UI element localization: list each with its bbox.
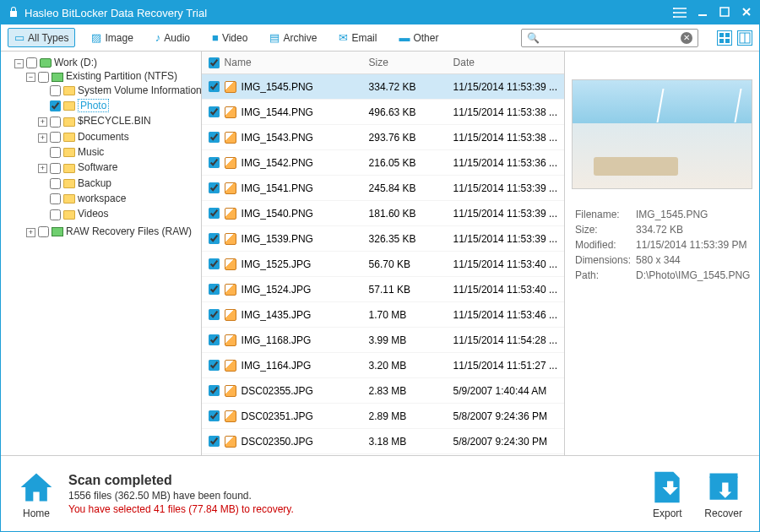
col-name-label[interactable]: Name xyxy=(225,57,252,68)
filter-audio[interactable]: ♪Audio xyxy=(149,29,196,46)
tree-checkbox[interactable] xyxy=(50,193,61,204)
filter-other[interactable]: ▬Other xyxy=(393,29,444,46)
tree-node-sysvol[interactable]: System Volume Information xyxy=(78,84,202,96)
file-row[interactable]: IMG_1545.PNG334.72 KB11/15/2014 11:53:39… xyxy=(202,74,564,100)
filter-video[interactable]: ■Video xyxy=(206,29,253,46)
tree-node-existing[interactable]: Existing Partition (NTFS) xyxy=(66,70,177,82)
tree-checkbox[interactable] xyxy=(50,100,61,111)
file-row[interactable]: IMG_1435.JPG1.70 MB11/15/2014 11:53:46 .… xyxy=(202,302,564,328)
file-row[interactable]: DSC02351.JPG2.89 MB5/8/2007 9:24:36 PM xyxy=(202,404,564,429)
filter-image[interactable]: ▨Image xyxy=(85,29,138,46)
file-checkbox[interactable] xyxy=(209,132,220,143)
home-label: Home xyxy=(23,508,50,519)
folder-tree[interactable]: −Work (D:) −Existing Partition (NTFS) Sy… xyxy=(1,52,202,455)
file-checkbox[interactable] xyxy=(209,436,220,447)
home-button[interactable]: Home xyxy=(18,469,55,519)
tree-node-software[interactable]: Software xyxy=(78,161,117,173)
image-file-icon xyxy=(225,157,236,169)
tree-node-photo[interactable]: Photo xyxy=(78,99,109,112)
file-checkbox[interactable] xyxy=(209,334,220,345)
tree-checkbox[interactable] xyxy=(50,147,61,158)
tree-toggle[interactable]: + xyxy=(38,117,47,127)
file-row[interactable]: IMG_1164.JPG3.20 MB11/15/2014 11:51:27 .… xyxy=(202,353,564,378)
svg-rect-7 xyxy=(719,39,724,43)
file-row[interactable]: IMG_1168.JPG3.99 MB11/15/2014 11:54:28 .… xyxy=(202,328,564,353)
search-input[interactable] xyxy=(543,32,681,44)
file-checkbox[interactable] xyxy=(209,385,220,396)
tree-node-recycle[interactable]: $RECYCLE.BIN xyxy=(78,115,151,127)
tree-checkbox[interactable] xyxy=(26,57,37,68)
tree-checkbox[interactable] xyxy=(50,209,61,220)
close-icon[interactable] xyxy=(741,6,752,20)
recover-button[interactable]: Recover xyxy=(704,469,742,519)
file-row[interactable]: DSC02355.JPG2.83 MB5/9/2007 1:40:44 AM xyxy=(202,378,564,404)
file-row[interactable]: IMG_1540.PNG181.60 KB11/15/2014 11:53:39… xyxy=(202,201,564,226)
tree-checkbox[interactable] xyxy=(50,117,61,128)
file-checkbox[interactable] xyxy=(209,309,220,320)
filter-email[interactable]: ✉Email xyxy=(333,29,383,46)
filter-all-types[interactable]: ▭All Types xyxy=(8,28,75,47)
file-checkbox[interactable] xyxy=(209,182,220,193)
file-checkbox[interactable] xyxy=(209,410,220,421)
tree-toggle[interactable]: − xyxy=(14,59,24,68)
tree-toggle[interactable]: + xyxy=(38,133,47,143)
view-grid-button[interactable] xyxy=(717,30,732,46)
image-file-icon xyxy=(225,284,236,296)
filter-archive[interactable]: ▤Archive xyxy=(263,29,323,46)
file-row[interactable]: IMG_1542.PNG216.05 KB11/15/2014 11:53:36… xyxy=(202,150,564,176)
maximize-icon[interactable] xyxy=(719,6,730,20)
view-detail-button[interactable] xyxy=(737,30,752,46)
tree-node-music[interactable]: Music xyxy=(78,146,104,158)
file-checkbox[interactable] xyxy=(209,208,220,219)
col-size-label[interactable]: Size xyxy=(362,52,447,73)
file-checkbox[interactable] xyxy=(209,81,220,92)
file-row[interactable]: DSC02350.JPG3.18 MB5/8/2007 9:24:30 PM xyxy=(202,429,564,454)
tree-checkbox[interactable] xyxy=(50,132,61,143)
file-row[interactable]: IMG_1524.JPG57.11 KB11/15/2014 11:53:40 … xyxy=(202,277,564,302)
tree-toggle[interactable]: + xyxy=(38,164,47,173)
file-checkbox[interactable] xyxy=(209,157,220,168)
file-checkbox[interactable] xyxy=(209,360,220,371)
tree-node-videos[interactable]: Videos xyxy=(78,208,108,220)
clear-search-icon[interactable]: ✕ xyxy=(681,32,692,44)
file-row[interactable]: IMG_1525.JPG56.70 KB11/15/2014 11:53:40 … xyxy=(202,252,564,277)
file-row[interactable]: IMG_1543.PNG293.76 KB11/15/2014 11:53:38… xyxy=(202,125,564,150)
search-box[interactable]: 🔍 ✕ xyxy=(521,29,698,47)
tree-checkbox[interactable] xyxy=(50,85,61,96)
svg-rect-11 xyxy=(709,473,737,478)
file-checkbox[interactable] xyxy=(209,284,220,295)
image-file-icon xyxy=(225,436,236,448)
tree-checkbox[interactable] xyxy=(50,178,61,189)
tree-checkbox[interactable] xyxy=(50,163,61,174)
tree-node-backup[interactable]: Backup xyxy=(78,177,111,189)
lock-icon xyxy=(8,6,19,20)
col-date-label[interactable]: Date xyxy=(447,52,564,73)
menu-icon[interactable] xyxy=(673,6,687,20)
minimize-icon[interactable] xyxy=(697,6,708,20)
file-checkbox[interactable] xyxy=(209,258,220,269)
file-list-body[interactable]: IMG_1545.PNG334.72 KB11/15/2014 11:53:39… xyxy=(202,74,564,455)
file-checkbox[interactable] xyxy=(209,233,220,244)
search-icon: 🔍 xyxy=(527,32,540,44)
file-name: DSC02355.JPG xyxy=(242,385,313,397)
partition-icon xyxy=(52,227,63,236)
file-row[interactable]: IMG_1544.PNG496.63 KB11/15/2014 11:53:38… xyxy=(202,100,564,125)
tree-toggle[interactable]: − xyxy=(26,73,35,82)
select-all-checkbox[interactable] xyxy=(209,57,220,68)
image-file-icon xyxy=(225,233,236,245)
tree-node-documents[interactable]: Documents xyxy=(78,131,129,143)
file-row[interactable]: IMG_1541.PNG245.84 KB11/15/2014 11:53:39… xyxy=(202,176,564,201)
tree-checkbox[interactable] xyxy=(38,226,49,237)
tree-toggle[interactable]: + xyxy=(26,228,35,237)
tree-checkbox[interactable] xyxy=(38,72,49,83)
audio-icon: ♪ xyxy=(155,31,161,44)
tree-node-work[interactable]: Work (D:) xyxy=(54,57,97,68)
tree-node-workspace[interactable]: workspace xyxy=(78,193,126,204)
export-button[interactable]: Export xyxy=(649,469,686,519)
file-row[interactable]: IMG_1539.PNG326.35 KB11/15/2014 11:53:39… xyxy=(202,226,564,252)
status-title: Scan completed xyxy=(68,473,635,488)
file-size: 293.76 KB xyxy=(362,132,447,144)
tree-node-raw[interactable]: RAW Recovery Files (RAW) xyxy=(66,225,192,237)
file-date: 11/15/2014 11:53:38 ... xyxy=(447,106,564,118)
file-checkbox[interactable] xyxy=(209,106,220,117)
